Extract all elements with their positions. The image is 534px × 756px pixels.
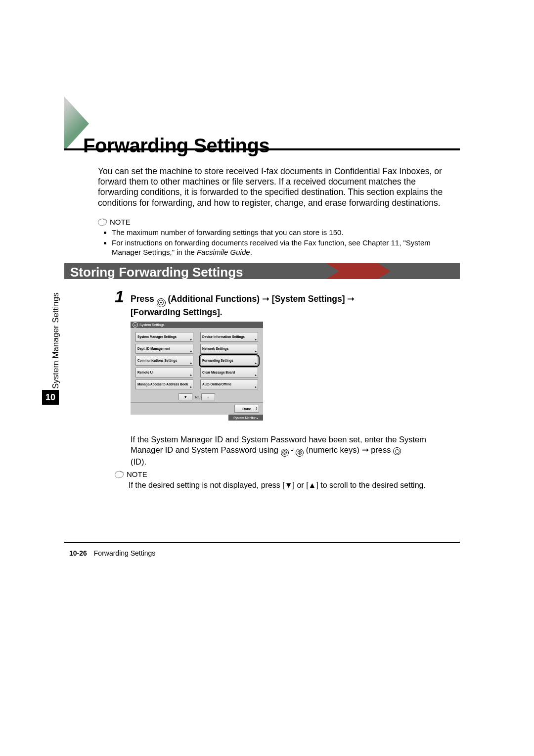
numeric-key-icon: 9	[296, 449, 304, 457]
step-number: 1	[115, 287, 124, 306]
screen-title: System Settings	[139, 323, 165, 327]
menu-button-forwarding-settings[interactable]: Forwarding Settings	[200, 356, 258, 366]
id-key-icon	[393, 447, 401, 455]
screen-footer: Done	[131, 402, 263, 415]
note-item: For instructions on forwarding documents…	[112, 238, 454, 257]
system-monitor-button[interactable]: System Monitor	[228, 415, 263, 421]
note-icon	[114, 470, 125, 478]
menu-button[interactable]: Dept. ID Management	[135, 344, 193, 354]
note-label-text: NOTE	[110, 218, 131, 226]
device-screenshot: ↩ System Settings System Manager Setting…	[131, 322, 263, 425]
menu-button[interactable]: Network Settings	[200, 344, 258, 354]
arrow-right-icon: ➞	[347, 294, 355, 304]
page-down-button[interactable]: ▼	[178, 393, 192, 400]
note-block: NOTE If the desired setting is not displ…	[115, 470, 451, 490]
side-tab-number: 10	[42, 390, 59, 405]
note-label: NOTE	[115, 470, 451, 478]
menu-button[interactable]: Manage/Access to Address Book	[135, 379, 193, 389]
heading-rule	[64, 148, 460, 150]
note-list: The maximum number of forwarding setting…	[112, 228, 454, 257]
menu-button[interactable]: Remote UI	[135, 368, 193, 378]
footer-title: Forwarding Settings	[94, 549, 156, 557]
up-triangle-icon: ▲	[309, 481, 316, 489]
note-label: NOTE	[98, 218, 454, 226]
additional-functions-key-icon	[157, 298, 166, 307]
footer-rule	[64, 542, 460, 543]
system-monitor-bar: System Monitor	[131, 415, 263, 421]
post-screenshot-text: If the System Manager ID and System Pass…	[131, 434, 452, 467]
arrow-right-icon: ➞	[362, 445, 369, 454]
menu-button[interactable]: System Manager Settings	[135, 332, 193, 342]
menu-button[interactable]: Clear Message Board	[200, 368, 258, 378]
note-icon	[97, 218, 108, 226]
step-instruction: Press (Additional Functions) ➞ [System S…	[131, 294, 447, 318]
numeric-key-icon: 0	[281, 449, 289, 457]
menu-button[interactable]: Auto Online/Offline	[200, 379, 258, 389]
screen-titlebar: ↩ System Settings	[131, 322, 263, 328]
chapter-heading: Forwarding Settings	[83, 135, 269, 157]
page-up-button[interactable]: ▲	[201, 393, 215, 400]
back-icon: ↩	[133, 322, 138, 328]
pager-label: 1/2	[194, 395, 199, 399]
pager: ▼ 1/2 ▲	[135, 392, 258, 401]
page-footer: 10-26Forwarding Settings	[69, 549, 155, 557]
note-label-text: NOTE	[127, 470, 147, 478]
menu-button[interactable]: Device Information Settings	[200, 332, 258, 342]
intro-paragraph: You can set the machine to store receive…	[98, 166, 454, 208]
page-number: 10-26	[69, 549, 87, 557]
side-tab-label: System Manager Settings	[51, 292, 61, 389]
down-triangle-icon: ▼	[285, 481, 293, 489]
section-title: Storing Forwarding Settings	[70, 265, 243, 280]
note-text: If the desired setting is not displayed,…	[129, 480, 451, 490]
done-button[interactable]: Done	[234, 405, 259, 413]
arrow-right-icon: ➞	[262, 294, 269, 304]
note-block: NOTE The maximum number of forwarding se…	[98, 218, 454, 258]
menu-button[interactable]: Communications Settings	[135, 356, 193, 366]
note-item: The maximum number of forwarding setting…	[112, 228, 454, 237]
screen-body: System Manager Settings Device Informati…	[131, 328, 263, 402]
